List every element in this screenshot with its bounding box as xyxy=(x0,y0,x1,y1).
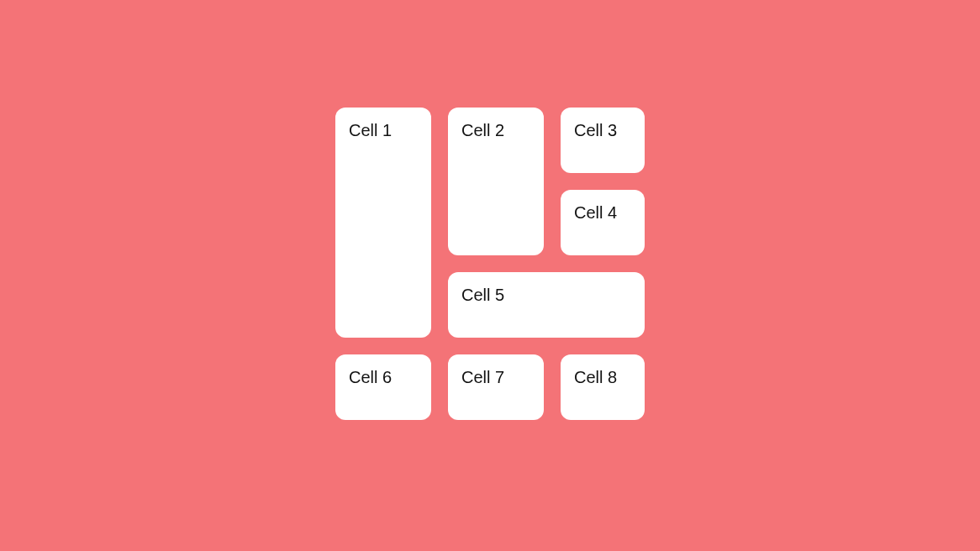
cell-6: Cell 6 xyxy=(335,354,431,420)
cell-5: Cell 5 xyxy=(448,272,645,338)
cell-8: Cell 8 xyxy=(561,354,645,420)
cell-7: Cell 7 xyxy=(448,354,544,420)
grid-demo: Cell 1 Cell 2 Cell 3 Cell 4 Cell 5 Cell … xyxy=(335,108,645,420)
cell-3: Cell 3 xyxy=(561,108,645,173)
cell-4: Cell 4 xyxy=(561,190,645,255)
cell-2: Cell 2 xyxy=(448,108,544,255)
cell-1: Cell 1 xyxy=(335,108,431,338)
